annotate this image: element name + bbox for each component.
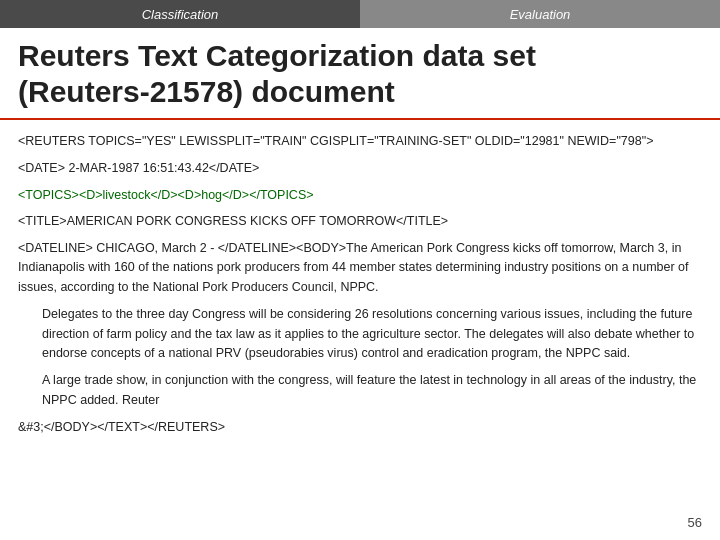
slide-number: 56 bbox=[688, 515, 702, 530]
classification-label: Classification bbox=[142, 7, 219, 22]
xml-line-end: &#3;</BODY></TEXT></REUTERS> bbox=[18, 418, 702, 437]
top-bar: Classification Evaluation bbox=[0, 0, 720, 28]
xml-line-1: <REUTERS TOPICS="YES" LEWISSPLIT="TRAIN"… bbox=[18, 132, 702, 151]
classification-tab: Classification bbox=[0, 0, 360, 28]
xml-line-3-topics: <TOPICS><D>livestock</D><D>hog</D></TOPI… bbox=[18, 186, 702, 205]
xml-body-intro: <DATELINE> CHICAGO, March 2 - </DATELINE… bbox=[18, 239, 702, 297]
evaluation-tab: Evaluation bbox=[360, 0, 720, 28]
paragraph-1: Delegates to the three day Congress will… bbox=[18, 305, 702, 363]
evaluation-label: Evaluation bbox=[510, 7, 571, 22]
xml-line-2: <DATE> 2-MAR-1987 16:51:43.42</DATE> bbox=[18, 159, 702, 178]
title-line2: (Reuters-21578) document bbox=[18, 75, 395, 108]
content-area: <REUTERS TOPICS="YES" LEWISSPLIT="TRAIN"… bbox=[0, 120, 720, 455]
title-line1: Reuters Text Categorization data set bbox=[18, 39, 536, 72]
page-title: Reuters Text Categorization data set (Re… bbox=[18, 38, 702, 110]
title-section: Reuters Text Categorization data set (Re… bbox=[0, 28, 720, 120]
paragraph-2: A large trade show, in conjunction with … bbox=[18, 371, 702, 410]
xml-line-4-title: <TITLE>AMERICAN PORK CONGRESS KICKS OFF … bbox=[18, 212, 702, 231]
